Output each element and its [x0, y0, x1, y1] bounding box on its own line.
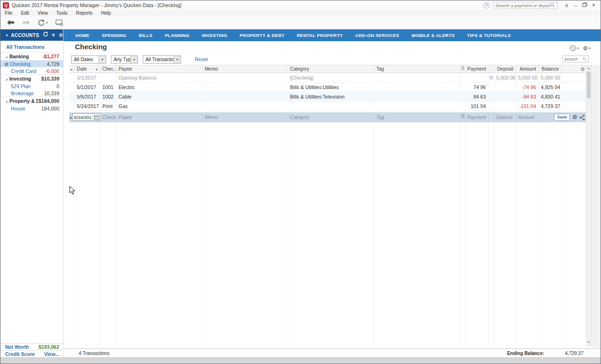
- table-row-electric[interactable]: 5/1/2017 1001 Electric Bills & Utilities…: [69, 82, 587, 92]
- global-search[interactable]: [493, 2, 557, 9]
- paperclip-icon[interactable]: [461, 113, 464, 119]
- tag-field[interactable]: Tag: [376, 115, 384, 120]
- tab-property-debt[interactable]: PROPERTY & DEBT: [234, 29, 291, 41]
- type-filter-dropdown[interactable]: Any Type ▾: [111, 55, 138, 64]
- mouse-cursor: [69, 186, 75, 195]
- collapse-icon[interactable]: ▼: [5, 34, 9, 37]
- date-field[interactable]: [73, 113, 101, 121]
- credit-score-view-link[interactable]: View...: [44, 351, 59, 357]
- credit-score-row[interactable]: Credit Score View...: [0, 350, 63, 357]
- cell-check: Print: [100, 101, 117, 110]
- check-number-field[interactable]: Check #: [102, 115, 117, 120]
- sidebar-group-property-debt[interactable]: ◢ Property & Debt $184,000: [0, 97, 63, 105]
- save-button[interactable]: Save: [554, 114, 570, 121]
- table-row-gas[interactable]: 5/24/2017 Print Gas 101 04 -101 04 4,729…: [69, 101, 587, 111]
- column-header-date[interactable]: Date▲: [75, 65, 100, 73]
- memo-field[interactable]: Memo: [205, 115, 218, 120]
- register-search-input[interactable]: [564, 57, 583, 62]
- tab-rental-property[interactable]: RENTAL PROPERTY: [291, 29, 349, 41]
- tab-planning[interactable]: PLANNING: [159, 29, 196, 41]
- date-input[interactable]: [73, 113, 93, 121]
- category-field[interactable]: Category: [290, 115, 310, 120]
- sidebar-group-banking[interactable]: ◢ Banking -$1,277: [0, 52, 63, 60]
- tab-home[interactable]: HOME: [69, 29, 96, 41]
- sidebar-item-brokerage[interactable]: Brokerage 10,339: [0, 90, 63, 97]
- toolbar: ▾: [0, 16, 601, 29]
- table-row-opening-balance[interactable]: 3/1/2017 Opening Balance [Checking] R 5,…: [69, 73, 587, 82]
- column-header-clr[interactable]: .: [489, 65, 494, 73]
- gear-icon: ⚙: [580, 66, 585, 72]
- register-history-button[interactable]: ▾: [570, 45, 579, 51]
- register-empty-area: [69, 122, 587, 348]
- menu-tools[interactable]: Tools: [52, 10, 72, 16]
- add-account-button[interactable]: +: [52, 29, 55, 41]
- column-header-memo[interactable]: Memo: [203, 65, 288, 73]
- tab-spending[interactable]: SPENDING: [96, 29, 133, 41]
- tab-investing[interactable]: INVESTING: [196, 29, 234, 41]
- global-search-input[interactable]: [495, 3, 550, 8]
- sidebar-item-all-transactions[interactable]: All Transactions: [0, 41, 63, 52]
- edit-row-settings-button[interactable]: ⚙: [572, 114, 577, 121]
- column-header-check[interactable]: Chec...: [100, 65, 117, 73]
- sidebar-item-credit-card[interactable]: Credit Card -6,006: [0, 67, 63, 74]
- menu-help[interactable]: Help: [97, 10, 115, 16]
- vertical-scrollbar[interactable]: ▲ ▼: [586, 65, 592, 346]
- collapse-window-button[interactable]: ∧: [562, 0, 571, 10]
- group-value: $10,339: [41, 76, 59, 82]
- tab-bills[interactable]: BILLS: [133, 29, 159, 41]
- sidebar-group-investing[interactable]: ◢ Investing $10,339: [0, 74, 63, 82]
- cell-date: 3/1/2017: [75, 73, 100, 82]
- new-transaction-row[interactable]: ▸ Check # Payee Memo Category Tag Paymen…: [69, 112, 587, 122]
- sidebar-refresh-button[interactable]: [43, 29, 48, 41]
- sidebar-item-house[interactable]: House 184,000: [0, 105, 63, 112]
- deposit-field[interactable]: Deposit: [496, 115, 512, 120]
- sidebar-settings-button[interactable]: ⚙: [58, 29, 63, 41]
- back-button[interactable]: [7, 20, 15, 25]
- table-row-cable[interactable]: 5/5/2017 1002 Cable Bills & Utilities:Te…: [69, 92, 587, 101]
- payment-field[interactable]: Payment: [467, 115, 486, 120]
- column-header-tag[interactable]: Tag: [374, 65, 461, 73]
- transactions-filter-dropdown[interactable]: All Transactions ▾: [143, 55, 181, 64]
- split-transaction-icon[interactable]: [580, 115, 585, 120]
- column-header-balance[interactable]: Balance: [539, 65, 562, 73]
- column-header-flag[interactable]: ►: [69, 65, 75, 73]
- help-icon[interactable]: ?: [483, 2, 490, 9]
- net-worth-row[interactable]: Net Worth $193,062: [0, 343, 63, 350]
- date-filter-dropdown[interactable]: All Dates ▾: [71, 55, 106, 64]
- tab-mobile-alerts[interactable]: MOBILE & ALERTS: [405, 29, 461, 41]
- sidebar-item-529-plan[interactable]: 529 Plan 0: [0, 82, 63, 90]
- close-button[interactable]: ×: [589, 0, 598, 10]
- register-search[interactable]: [562, 55, 589, 63]
- customize-toolbar-button[interactable]: [55, 19, 64, 26]
- cell-memo: [203, 82, 288, 91]
- restore-button[interactable]: [580, 0, 589, 10]
- column-header-attachment[interactable]: [461, 65, 465, 73]
- scrollbar-thumb[interactable]: [587, 72, 591, 98]
- menu-view[interactable]: View: [33, 10, 52, 16]
- column-header-payee[interactable]: Payee: [117, 65, 203, 73]
- account-name: Brokerage: [11, 91, 44, 96]
- amount-field[interactable]: Amount: [518, 115, 534, 120]
- sidebar-item-checking[interactable]: ▤ Checking 4,729: [0, 60, 63, 67]
- register-actions-button[interactable]: ⚙ ▾: [583, 46, 591, 51]
- tab-tips-tutorials[interactable]: TIPS & TUTORIALS: [461, 29, 517, 41]
- column-header-amount[interactable]: Amount: [516, 65, 539, 73]
- calendar-button[interactable]: [93, 113, 101, 121]
- app-window: Q Quicken 2017 Rental Property Manager -…: [0, 0, 601, 364]
- menu-edit[interactable]: Edit: [17, 10, 33, 16]
- scroll-up-arrow-icon[interactable]: ▲: [586, 65, 591, 72]
- menu-file[interactable]: File: [0, 10, 17, 16]
- tab-add-on-services[interactable]: ADD-ON SERVICES: [349, 29, 405, 41]
- forward-button[interactable]: [22, 20, 30, 25]
- column-header-category[interactable]: Category: [288, 65, 374, 73]
- column-settings-button[interactable]: ⚙: [562, 65, 587, 73]
- menu-reports[interactable]: Reports: [72, 10, 97, 16]
- reset-filters-button[interactable]: Reset: [192, 56, 210, 63]
- minimize-button[interactable]: –: [571, 0, 580, 10]
- scroll-down-arrow-icon[interactable]: ▼: [586, 339, 591, 346]
- column-header-payment[interactable]: Payment: [465, 65, 489, 73]
- column-header-deposit[interactable]: Deposit: [494, 65, 516, 73]
- one-step-update-button[interactable]: ▾: [37, 19, 48, 27]
- payee-field[interactable]: Payee: [118, 115, 132, 120]
- titlebar: Q Quicken 2017 Rental Property Manager -…: [0, 0, 601, 10]
